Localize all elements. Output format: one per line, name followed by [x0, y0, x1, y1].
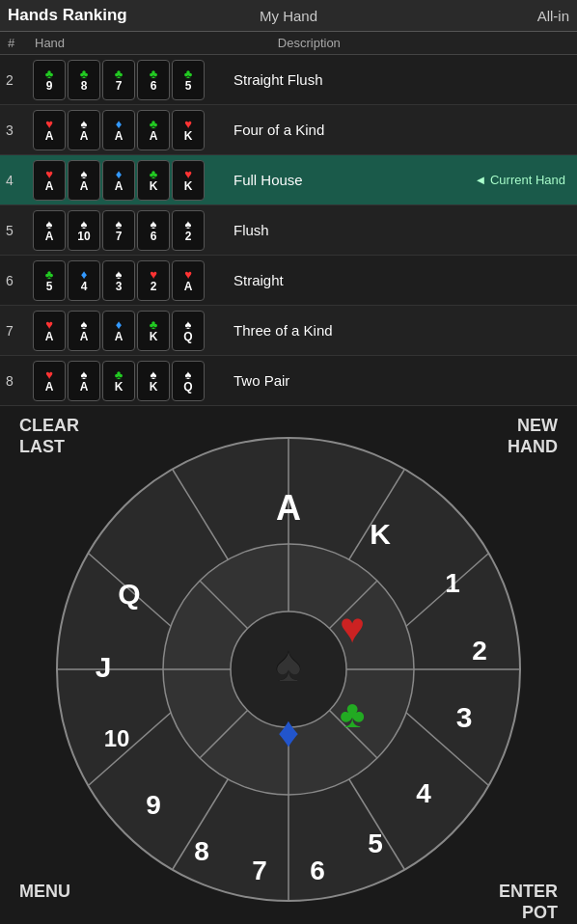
hand-name-6: Straight [226, 272, 571, 288]
card-6-clubs[interactable]: ♣6 [137, 60, 170, 100]
card-K-clubs[interactable]: ♣K [102, 361, 135, 401]
hand-row-7: 7♥A♠A♦A♣K♠QThree of a Kind [0, 306, 577, 356]
card-K-clubs[interactable]: ♣K [137, 160, 170, 201]
clear-last-button[interactable]: CLEARLAST [19, 416, 79, 457]
svg-text:2: 2 [472, 636, 487, 666]
current-hand-label: ◄ Current Hand [474, 173, 571, 187]
card-A-spades[interactable]: ♠A [68, 361, 100, 401]
hand-row-3: 3♥A♠A♦A♣A♥KFour of a Kind [0, 105, 577, 155]
hand-name-3: Four of a Kind [226, 122, 571, 138]
hand-row-6: 6♣5♦4♠3♥2♥AStraight [0, 256, 577, 306]
svg-text:8: 8 [194, 836, 209, 866]
svg-text:K: K [370, 518, 391, 550]
card-A-hearts[interactable]: ♥A [33, 311, 66, 351]
hands-table: 2♣9♣8♣7♣6♣5Straight Flush3♥A♠A♦A♣A♥KFour… [0, 55, 577, 406]
svg-text:♥: ♥ [340, 604, 365, 651]
col-num: # [8, 36, 35, 50]
svg-text:5: 5 [368, 829, 383, 858]
card-7-clubs[interactable]: ♣7 [102, 60, 135, 100]
hand-name-8: Two Pair [226, 372, 571, 389]
row-num-7: 7 [6, 323, 33, 339]
hand-name-2: Straight Flush [226, 71, 571, 88]
card-A-spades[interactable]: ♠A [33, 210, 66, 251]
col-desc: Description [278, 36, 569, 50]
new-hand-button[interactable]: NEWHAND [508, 416, 558, 457]
hand-row-4: 4♥A♠A♦A♣K♥KFull House◄ Current Hand [0, 155, 577, 205]
card-2-hearts[interactable]: ♥2 [137, 260, 170, 301]
card-7-spades[interactable]: ♠7 [102, 210, 135, 251]
card-K-spades[interactable]: ♠K [137, 361, 170, 401]
card-8-clubs[interactable]: ♣8 [68, 60, 100, 100]
cards-area-7: ♥A♠A♦A♣K♠Q [33, 311, 226, 351]
svg-text:9: 9 [146, 790, 161, 820]
card-A-hearts[interactable]: ♥A [172, 260, 205, 301]
hand-row-5: 5♠A♠10♠7♠6♠2Flush [0, 205, 577, 256]
card-A-spades[interactable]: ♠A [68, 160, 100, 201]
card-K-clubs[interactable]: ♣K [137, 311, 170, 351]
row-num-2: 2 [6, 72, 33, 88]
card-A-diamonds[interactable]: ♦A [102, 110, 135, 150]
card-A-diamonds[interactable]: ♦A [102, 160, 135, 201]
svg-text:1: 1 [445, 568, 460, 598]
row-num-3: 3 [6, 122, 33, 138]
hands-ranking-title: Hands Ranking [8, 6, 195, 25]
cards-area-2: ♣9♣8♣7♣6♣5 [33, 60, 226, 100]
hand-row-8: 8♥A♠A♣K♠K♠QTwo Pair [0, 356, 577, 406]
svg-text:♦: ♦ [278, 708, 299, 755]
card-A-hearts[interactable]: ♥A [33, 110, 66, 150]
cards-area-8: ♥A♠A♣K♠K♠Q [33, 361, 226, 401]
row-num-4: 4 [6, 173, 33, 188]
enter-pot-button[interactable]: ENTERPOT [499, 882, 558, 923]
cards-area-5: ♠A♠10♠7♠6♠2 [33, 210, 226, 251]
header: Hands Ranking My Hand All-in [0, 0, 577, 32]
col-hand: Hand [35, 36, 278, 50]
menu-button[interactable]: MENU [19, 882, 70, 923]
card-5-clubs[interactable]: ♣5 [172, 60, 205, 100]
svg-text:♠: ♠ [276, 638, 302, 692]
card-Q-spades[interactable]: ♠Q [172, 361, 205, 401]
card-K-hearts[interactable]: ♥K [172, 160, 205, 201]
card-3-spades[interactable]: ♠3 [102, 260, 135, 301]
wheel-section: CLEARLAST NEWHAND [0, 406, 577, 923]
card-A-spades[interactable]: ♠A [68, 110, 100, 150]
wheel-top-buttons: CLEARLAST NEWHAND [0, 416, 577, 457]
card-A-clubs[interactable]: ♣A [137, 110, 170, 150]
card-6-spades[interactable]: ♠6 [137, 210, 170, 251]
svg-text:Q: Q [118, 578, 140, 610]
card-K-hearts[interactable]: ♥K [172, 110, 205, 150]
row-num-5: 5 [6, 223, 33, 238]
card-A-spades[interactable]: ♠A [68, 311, 100, 351]
svg-text:A: A [276, 488, 301, 528]
column-headers: # Hand Description [0, 32, 577, 55]
card-Q-spades[interactable]: ♠Q [172, 311, 205, 351]
card-A-hearts[interactable]: ♥A [33, 160, 66, 201]
wheel-bottom-buttons: MENU ENTERPOT [0, 882, 577, 923]
cards-area-6: ♣5♦4♠3♥2♥A [33, 260, 226, 301]
card-4-diamonds[interactable]: ♦4 [68, 260, 100, 301]
cards-area-3: ♥A♠A♦A♣A♥K [33, 110, 226, 150]
hand-row-2: 2♣9♣8♣7♣6♣5Straight Flush [0, 55, 577, 105]
card-5-clubs[interactable]: ♣5 [33, 260, 66, 301]
svg-text:J: J [96, 651, 112, 683]
row-num-8: 8 [6, 373, 33, 389]
svg-text:4: 4 [416, 778, 431, 808]
hand-name-7: Three of a Kind [226, 322, 571, 339]
card-wheel[interactable]: ♠ ♠ ♥ ♦ ♣ A K 1 2 3 4 5 6 7 [47, 428, 530, 910]
svg-text:10: 10 [104, 725, 130, 751]
card-9-clubs[interactable]: ♣9 [33, 60, 66, 100]
myhand-header: My Hand [195, 8, 382, 24]
card-10-spades[interactable]: ♠10 [68, 210, 100, 251]
cards-area-4: ♥A♠A♦A♣K♥K [33, 160, 226, 201]
card-2-spades[interactable]: ♠2 [172, 210, 205, 251]
hand-name-5: Flush [226, 222, 571, 238]
row-num-6: 6 [6, 273, 33, 288]
card-A-hearts[interactable]: ♥A [33, 361, 66, 401]
hand-name-4: Full House [226, 172, 474, 188]
wheel-svg: ♠ ♠ ♥ ♦ ♣ A K 1 2 3 4 5 6 7 [47, 428, 530, 910]
allin-header: All-in [382, 8, 569, 24]
card-A-diamonds[interactable]: ♦A [102, 311, 135, 351]
svg-text:3: 3 [456, 701, 473, 733]
svg-text:♣: ♣ [340, 693, 365, 735]
